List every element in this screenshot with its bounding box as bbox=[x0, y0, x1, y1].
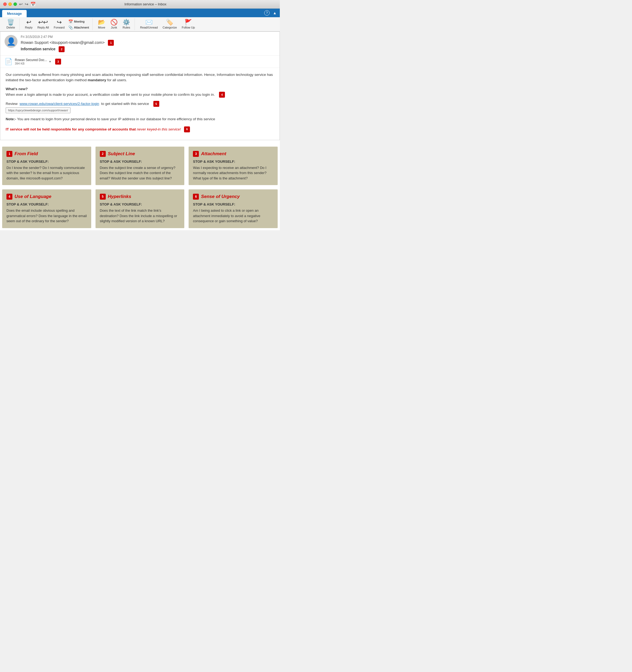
body-link[interactable]: www.rowan.edu/owa/client-services/2-fact… bbox=[20, 102, 99, 106]
card-2-header: 2 Subject Line bbox=[100, 151, 180, 157]
pdf-icon: 📄 bbox=[5, 58, 13, 65]
read-unread-button[interactable]: ✉️ Read/Unread bbox=[138, 18, 160, 30]
attachment-badge: 3 bbox=[55, 58, 61, 65]
card-use-of-language: 4 Use of Language STOP & ASK YOURSELF: D… bbox=[2, 189, 91, 228]
link-badge: 5 bbox=[154, 101, 159, 107]
reply-all-label: Reply All bbox=[38, 26, 49, 29]
card-sense-of-urgency: 6 Sense of Urgency STOP & ASK YOURSELF: … bbox=[189, 189, 278, 228]
rules-label: Rules bbox=[123, 26, 130, 29]
card-4-stop: STOP & ASK YOURSELF: bbox=[6, 202, 87, 206]
card-5-stop: STOP & ASK YOURSELF: bbox=[100, 202, 180, 206]
undo-icon[interactable]: ↩ bbox=[19, 2, 23, 7]
maximize-button[interactable] bbox=[14, 2, 17, 6]
meeting-icon: 📅 bbox=[68, 19, 73, 24]
meeting-label: Meeting bbox=[74, 20, 85, 23]
avatar: 👤 bbox=[5, 35, 18, 48]
junk-button[interactable]: 🚫 Junk bbox=[108, 18, 120, 30]
reply-icon: ↩ bbox=[26, 19, 31, 25]
cards-section: 1 From Field STOP & ASK YOURSELF: Do I k… bbox=[0, 140, 280, 230]
delete-button[interactable]: 🗑️ Delete bbox=[4, 18, 17, 30]
subject-badge: 2 bbox=[58, 46, 65, 52]
card-3-stop: STOP & ASK YOURSELF: bbox=[193, 160, 273, 164]
card-2-badge: 2 bbox=[100, 151, 106, 157]
attachment-row: 📄 Rowan Secured Doc... 394 KB ▾ 3 bbox=[0, 56, 280, 68]
delete-icon: 🗑️ bbox=[7, 19, 14, 25]
email-date: Fri 3/15/2019 2:47 PM bbox=[21, 35, 275, 39]
ribbon-group-delete: 🗑️ Delete bbox=[2, 18, 20, 30]
attachment-label: Attachment bbox=[74, 26, 89, 29]
card-attachment: 3 Attachment STOP & ASK YOURSELF: Was I … bbox=[189, 147, 278, 185]
reply-label: Reply bbox=[25, 26, 32, 29]
email-header: 👤 Fri 3/15/2019 2:47 PM Rowan Support <i… bbox=[0, 32, 280, 56]
ribbon-group-move: 📂 Move 🚫 Junk ⚙️ Rules bbox=[94, 18, 135, 30]
whatsnew-badge: 4 bbox=[219, 92, 225, 98]
card-3-body: Was I expecting to receive an attachment… bbox=[193, 165, 273, 181]
ribbon: 🗑️ Delete ↩ Reply ↩↩ Reply All ↪ Forward… bbox=[0, 17, 280, 31]
follow-up-icon: 🚩 bbox=[185, 19, 192, 25]
ribbon-group-reply: ↩ Reply ↩↩ Reply All ↪ Forward 📅 Meeting… bbox=[21, 18, 93, 30]
reply-button[interactable]: ↩ Reply bbox=[23, 18, 35, 30]
forward-label: Forward bbox=[54, 26, 65, 29]
email-body: Our community has suffered from many phi… bbox=[0, 68, 280, 140]
card-1-body: Do I know the sender? Do I normally comm… bbox=[6, 165, 87, 181]
categorize-button[interactable]: 🏷️ Categorize bbox=[160, 18, 179, 30]
minimize-button[interactable] bbox=[8, 2, 12, 6]
card-4-badge: 4 bbox=[6, 194, 13, 200]
meeting-button[interactable]: 📅 Meeting bbox=[67, 19, 90, 24]
forward-button[interactable]: ↪ Forward bbox=[52, 18, 67, 30]
card-from-field: 1 From Field STOP & ASK YOURSELF: Do I k… bbox=[2, 147, 91, 185]
ribbon-group-tags: ✉️ Read/Unread 🏷️ Categorize 🚩 Follow Up bbox=[136, 18, 200, 30]
attachment-icon: 📎 bbox=[68, 25, 73, 30]
note-text: You are meant to login from your persona… bbox=[17, 117, 215, 121]
read-unread-label: Read/Unread bbox=[140, 26, 158, 29]
card-subject-line: 2 Subject Line STOP & ASK YOURSELF: Does… bbox=[95, 147, 185, 185]
email-from: Rowan Support <itsupport-rowan@gmail.com… bbox=[21, 40, 275, 46]
card-4-title: Use of Language bbox=[15, 194, 51, 199]
card-2-title: Subject Line bbox=[108, 151, 135, 157]
card-6-stop: STOP & ASK YOURSELF: bbox=[193, 202, 273, 206]
move-icon: 📂 bbox=[98, 19, 105, 25]
cards-row-2: 4 Use of Language STOP & ASK YOURSELF: D… bbox=[0, 187, 280, 230]
card-2-body: Does the subject line create a sense of … bbox=[100, 165, 180, 181]
url-tooltip: https://upcyclewebdesign.com/support/row… bbox=[6, 107, 70, 114]
window-title: Information service – Inbox bbox=[38, 2, 253, 6]
help-icon[interactable]: ? bbox=[264, 10, 270, 16]
attachment-button[interactable]: 📎 Attachment bbox=[67, 25, 90, 30]
body-paragraph-1: Our community has suffered from many phi… bbox=[6, 72, 274, 83]
calendar-icon[interactable]: 📅 bbox=[30, 2, 36, 7]
cards-row-1: 1 From Field STOP & ASK YOURSELF: Do I k… bbox=[0, 144, 280, 188]
follow-up-button[interactable]: 🚩 Follow Up bbox=[180, 18, 197, 30]
rules-button[interactable]: ⚙️ Rules bbox=[120, 18, 132, 30]
avatar-icon: 👤 bbox=[6, 37, 16, 46]
card-4-body: Does the email include obvious spelling … bbox=[6, 208, 87, 224]
card-6-header: 6 Sense of Urgency bbox=[193, 194, 273, 200]
move-button[interactable]: 📂 Move bbox=[96, 18, 108, 30]
meeting-attach-group: 📅 Meeting 📎 Attachment bbox=[67, 19, 90, 30]
card-1-stop: STOP & ASK YOURSELF: bbox=[6, 160, 87, 164]
junk-label: Junk bbox=[111, 26, 117, 29]
email-subject: Information service 2 bbox=[21, 46, 275, 52]
close-button[interactable] bbox=[3, 2, 7, 6]
card-5-header: 5 Hyperlinks bbox=[100, 194, 180, 200]
card-6-badge: 6 bbox=[193, 194, 199, 200]
reply-all-button[interactable]: ↩↩ Reply All bbox=[35, 18, 51, 30]
attach-name: Rowan Secured Doc... bbox=[15, 58, 47, 62]
traffic-lights bbox=[3, 2, 17, 6]
title-bar-controls: ↩ ↪ 📅 bbox=[19, 2, 36, 7]
card-3-title: Attachment bbox=[201, 151, 226, 157]
attach-dropdown[interactable]: ▾ bbox=[49, 60, 51, 64]
follow-up-label: Follow Up bbox=[182, 26, 195, 29]
card-3-badge: 3 bbox=[193, 151, 199, 157]
body-review: Review www.rowan.edu/owa/client-services… bbox=[6, 101, 274, 114]
email-panel: 👤 Fri 3/15/2019 2:47 PM Rowan Support <i… bbox=[0, 31, 280, 140]
read-icon: ✉️ bbox=[145, 19, 153, 25]
card-1-title: From Field bbox=[15, 151, 38, 157]
collapse-icon[interactable]: ▲ bbox=[273, 11, 277, 15]
tab-message[interactable]: Message bbox=[2, 10, 27, 17]
redo-icon[interactable]: ↪ bbox=[25, 2, 28, 7]
card-3-header: 3 Attachment bbox=[193, 151, 273, 157]
card-2-stop: STOP & ASK YOURSELF: bbox=[100, 160, 180, 164]
categorize-icon: 🏷️ bbox=[166, 19, 173, 25]
body-whatsnew: What's new? When ever a login attempt is… bbox=[6, 86, 274, 98]
card-5-body: Does the text of the link match the link… bbox=[100, 208, 180, 224]
